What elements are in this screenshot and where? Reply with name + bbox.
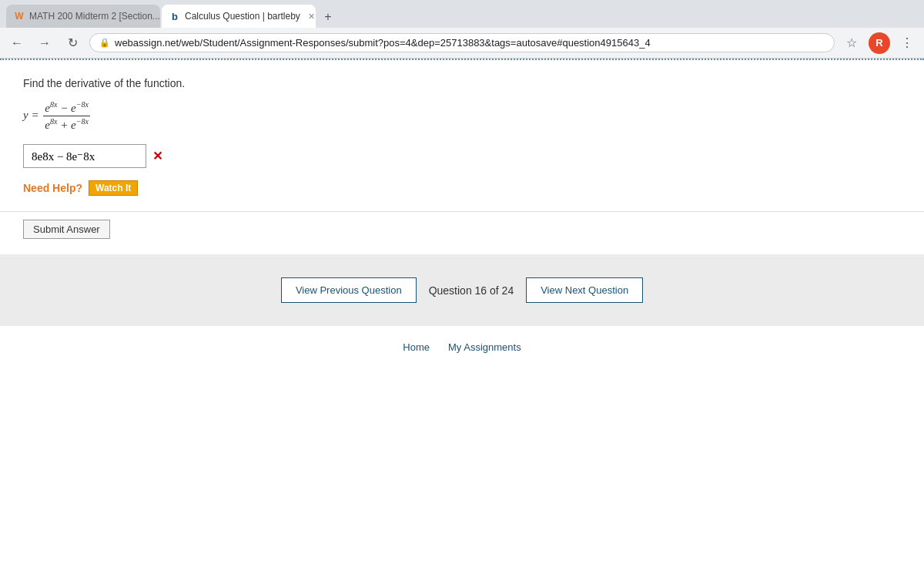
back-button[interactable]: ← — [6, 32, 28, 54]
forward-button[interactable]: → — [34, 32, 55, 54]
tab1-favicon: W — [14, 11, 25, 22]
new-tab-button[interactable]: + — [317, 6, 339, 28]
tab-bartleby[interactable]: b Calculus Question | bartleby ✕ — [162, 5, 316, 28]
question-counter: Question 16 of 24 — [417, 284, 527, 297]
browser-window: W MATH 200 Midterm 2 [Section... ✕ b Cal… — [0, 0, 924, 578]
submit-section: Submit Answer — [0, 212, 924, 254]
formula-container: y = e8x − e−8x e8x + e−8x — [23, 100, 901, 132]
denominator: e8x + e−8x — [43, 116, 90, 132]
profile-button[interactable]: R — [869, 32, 890, 54]
tab1-label: MATH 200 Midterm 2 [Section... — [29, 11, 160, 22]
question-section: Find the derivative of the function. y =… — [0, 62, 924, 212]
bookmark-button[interactable]: ☆ — [841, 32, 862, 54]
home-link[interactable]: Home — [403, 341, 430, 353]
error-icon: ✕ — [152, 149, 162, 163]
address-bar[interactable]: 🔒 webassign.net/web/Student/Assignment-R… — [89, 33, 835, 52]
page-content: Find the derivative of the function. y =… — [0, 62, 924, 578]
tab2-label: Calculus Question | bartleby — [185, 11, 300, 22]
address-text: webassign.net/web/Student/Assignment-Res… — [115, 37, 825, 49]
next-question-button[interactable]: View Next Question — [526, 277, 643, 303]
prev-question-button[interactable]: View Previous Question — [281, 277, 417, 303]
numerator: e8x − e−8x — [43, 100, 90, 116]
my-assignments-link[interactable]: My Assignments — [448, 341, 521, 353]
tab-math200[interactable]: W MATH 200 Midterm 2 [Section... ✕ — [6, 5, 160, 28]
question-navigation-section: View Previous Question Question 16 of 24… — [0, 254, 924, 326]
tab2-favicon: b — [169, 11, 180, 22]
menu-button[interactable]: ⋮ — [896, 32, 918, 54]
nav-bar: ← → ↻ 🔒 webassign.net/web/Student/Assign… — [0, 28, 924, 59]
need-help-section: Need Help? Watch It — [23, 180, 901, 196]
submit-answer-button[interactable]: Submit Answer — [23, 220, 110, 239]
tab2-close[interactable]: ✕ — [308, 12, 315, 22]
fraction: e8x − e−8x e8x + e−8x — [43, 100, 90, 132]
question-prompt: Find the derivative of the function. — [23, 77, 901, 89]
footer-links: Home My Assignments — [0, 326, 924, 368]
answer-input[interactable] — [23, 144, 146, 168]
lock-icon: 🔒 — [99, 38, 110, 48]
answer-box: ✕ — [23, 144, 901, 168]
tab-bar: W MATH 200 Midterm 2 [Section... ✕ b Cal… — [0, 0, 924, 28]
need-help-label: Need Help? — [23, 182, 82, 194]
math-formula: y = e8x − e−8x e8x + e−8x — [23, 100, 92, 132]
reload-button[interactable]: ↻ — [62, 32, 83, 54]
watch-it-button[interactable]: Watch It — [89, 180, 138, 196]
